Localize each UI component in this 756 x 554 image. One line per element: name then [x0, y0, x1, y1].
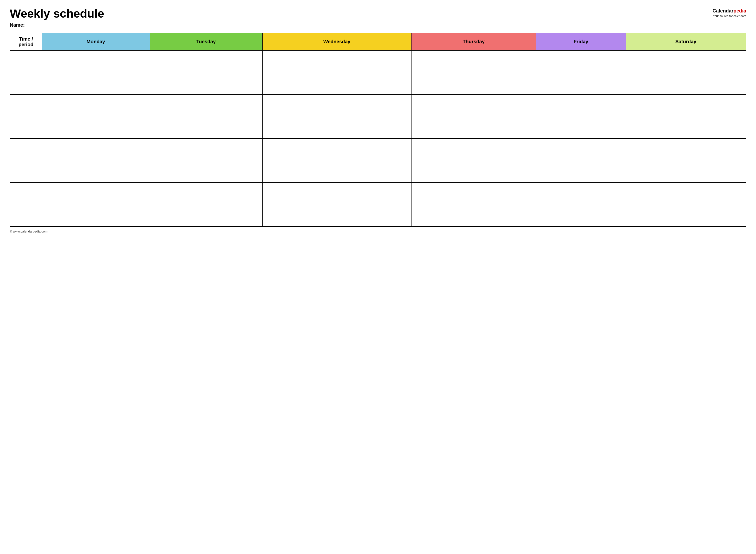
table-header-row: Time / period Monday Tuesday Wednesday T…: [10, 33, 746, 51]
schedule-cell[interactable]: [150, 80, 262, 94]
schedule-cell[interactable]: [150, 168, 262, 182]
schedule-cell[interactable]: [42, 212, 150, 226]
schedule-cell[interactable]: [411, 80, 536, 94]
schedule-cell[interactable]: [262, 212, 411, 226]
schedule-cell[interactable]: [42, 65, 150, 80]
schedule-cell[interactable]: [536, 182, 626, 197]
schedule-cell[interactable]: [536, 109, 626, 124]
schedule-cell[interactable]: [536, 50, 626, 65]
schedule-cell[interactable]: [262, 153, 411, 168]
title-section: Weekly schedule Name:: [10, 7, 712, 28]
schedule-cell[interactable]: [626, 182, 746, 197]
schedule-cell[interactable]: [150, 50, 262, 65]
schedule-cell[interactable]: [536, 168, 626, 182]
schedule-cell[interactable]: [536, 124, 626, 138]
schedule-cell[interactable]: [536, 212, 626, 226]
schedule-cell[interactable]: [42, 197, 150, 212]
schedule-cell[interactable]: [626, 124, 746, 138]
schedule-cell[interactable]: [42, 124, 150, 138]
page-header: Weekly schedule Name: Calendarpedia Your…: [10, 7, 746, 28]
schedule-cell[interactable]: [536, 94, 626, 109]
page-title: Weekly schedule: [10, 7, 712, 20]
schedule-cell[interactable]: [262, 50, 411, 65]
col-header-saturday: Saturday: [626, 33, 746, 51]
schedule-cell[interactable]: [626, 65, 746, 80]
schedule-cell[interactable]: [150, 109, 262, 124]
schedule-cell[interactable]: [536, 153, 626, 168]
table-row: [10, 80, 746, 94]
time-cell: [10, 94, 42, 109]
schedule-cell[interactable]: [411, 182, 536, 197]
schedule-cell[interactable]: [150, 197, 262, 212]
schedule-cell[interactable]: [42, 109, 150, 124]
footer: © www.calendarpedia.com: [10, 230, 746, 233]
schedule-cell[interactable]: [262, 124, 411, 138]
col-header-tuesday: Tuesday: [150, 33, 262, 51]
schedule-cell[interactable]: [411, 109, 536, 124]
footer-url: © www.calendarpedia.com: [10, 230, 47, 233]
logo-brand-part2: pedia: [734, 8, 746, 13]
schedule-cell[interactable]: [262, 197, 411, 212]
schedule-cell[interactable]: [42, 168, 150, 182]
schedule-cell[interactable]: [42, 80, 150, 94]
schedule-cell[interactable]: [411, 50, 536, 65]
schedule-cell[interactable]: [411, 153, 536, 168]
schedule-cell[interactable]: [262, 94, 411, 109]
time-cell: [10, 182, 42, 197]
schedule-cell[interactable]: [411, 124, 536, 138]
schedule-cell[interactable]: [262, 168, 411, 182]
schedule-cell[interactable]: [150, 124, 262, 138]
logo-brand: Calendarpedia: [712, 7, 746, 14]
schedule-cell[interactable]: [150, 65, 262, 80]
schedule-cell[interactable]: [411, 168, 536, 182]
schedule-table: Time / period Monday Tuesday Wednesday T…: [10, 33, 746, 227]
schedule-cell[interactable]: [411, 197, 536, 212]
schedule-cell[interactable]: [536, 138, 626, 153]
schedule-cell[interactable]: [150, 153, 262, 168]
schedule-cell[interactable]: [626, 109, 746, 124]
schedule-cell[interactable]: [626, 153, 746, 168]
schedule-cell[interactable]: [536, 80, 626, 94]
schedule-cell[interactable]: [150, 138, 262, 153]
schedule-cell[interactable]: [42, 50, 150, 65]
schedule-cell[interactable]: [536, 65, 626, 80]
schedule-cell[interactable]: [626, 212, 746, 226]
logo-section: Calendarpedia Your source for calendars: [712, 7, 746, 18]
schedule-cell[interactable]: [626, 80, 746, 94]
col-header-monday: Monday: [42, 33, 150, 51]
logo-brand-part1: Calendar: [712, 8, 734, 13]
table-row: [10, 212, 746, 226]
schedule-cell[interactable]: [411, 94, 536, 109]
schedule-cell[interactable]: [42, 94, 150, 109]
schedule-cell[interactable]: [150, 212, 262, 226]
table-row: [10, 197, 746, 212]
schedule-cell[interactable]: [262, 80, 411, 94]
schedule-cell[interactable]: [626, 50, 746, 65]
schedule-cell[interactable]: [150, 94, 262, 109]
schedule-cell[interactable]: [42, 153, 150, 168]
schedule-cell[interactable]: [262, 138, 411, 153]
schedule-cell[interactable]: [262, 182, 411, 197]
table-row: [10, 168, 746, 182]
schedule-cell[interactable]: [626, 138, 746, 153]
table-row: [10, 109, 746, 124]
table-row: [10, 124, 746, 138]
time-cell: [10, 138, 42, 153]
schedule-cell[interactable]: [411, 212, 536, 226]
schedule-cell[interactable]: [626, 197, 746, 212]
schedule-cell[interactable]: [42, 138, 150, 153]
schedule-cell[interactable]: [411, 138, 536, 153]
schedule-cell[interactable]: [150, 182, 262, 197]
schedule-cell[interactable]: [626, 168, 746, 182]
time-cell: [10, 197, 42, 212]
time-cell: [10, 124, 42, 138]
schedule-cell[interactable]: [42, 182, 150, 197]
time-cell: [10, 153, 42, 168]
schedule-cell[interactable]: [411, 65, 536, 80]
table-row: [10, 94, 746, 109]
schedule-cell[interactable]: [536, 197, 626, 212]
schedule-cell[interactable]: [626, 94, 746, 109]
schedule-cell[interactable]: [262, 109, 411, 124]
time-cell: [10, 50, 42, 65]
schedule-cell[interactable]: [262, 65, 411, 80]
